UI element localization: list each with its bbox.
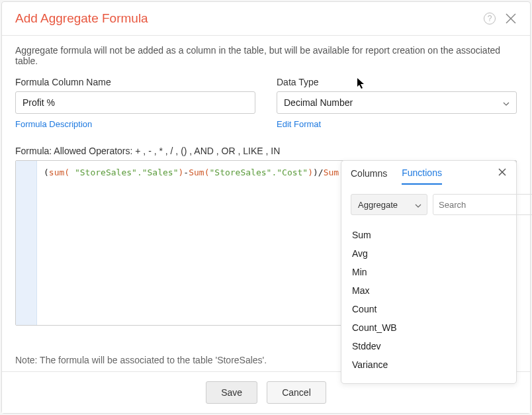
function-item-countwb[interactable]: Count_WB xyxy=(351,318,507,337)
cursor-icon xyxy=(357,77,366,92)
chevron-down-icon xyxy=(415,200,421,210)
function-item-sum[interactable]: Sum xyxy=(351,226,507,244)
header-actions: ? xyxy=(484,13,517,24)
dialog-description: Aggregate formula will not be added as a… xyxy=(15,45,517,66)
function-search[interactable] xyxy=(433,194,532,215)
dialog-body: Aggregate formula will not be added as a… xyxy=(2,36,530,371)
tab-functions[interactable]: Functions xyxy=(402,167,442,185)
editor-gutter xyxy=(16,161,37,325)
data-type-value: Decimal Number xyxy=(284,97,353,108)
function-item-stddev[interactable]: Stddev xyxy=(351,337,507,355)
function-item-max[interactable]: Max xyxy=(351,281,507,300)
save-button[interactable]: Save xyxy=(206,381,257,404)
formula-name-input[interactable] xyxy=(15,91,255,114)
help-icon[interactable]: ? xyxy=(484,13,496,24)
panel-tabs: Columns Functions xyxy=(351,167,507,185)
function-category-select[interactable]: Aggregate xyxy=(351,194,427,215)
formula-name-column: Formula Column Name Formula Description xyxy=(15,77,255,130)
functions-panel: Columns Functions Aggregate xyxy=(341,160,517,384)
data-type-select[interactable]: Decimal Number xyxy=(277,91,517,114)
formula-description-link[interactable]: Formula Description xyxy=(15,119,92,129)
panel-controls: Aggregate xyxy=(351,194,507,215)
function-item-avg[interactable]: Avg xyxy=(351,244,507,263)
function-category-value: Aggregate xyxy=(358,200,398,210)
function-list: Sum Avg Min Max Count Count_WB Stddev Va… xyxy=(351,226,507,374)
add-aggregate-formula-dialog: Add Aggregate Formula ? Aggregate formul… xyxy=(1,1,531,414)
formula-name-label: Formula Column Name xyxy=(15,77,255,87)
close-icon[interactable] xyxy=(505,13,517,24)
panel-close-icon[interactable] xyxy=(498,167,507,179)
cancel-button[interactable]: Cancel xyxy=(267,381,326,404)
function-item-count[interactable]: Count xyxy=(351,300,507,318)
data-type-column: Data Type Decimal Number Edit Format xyxy=(277,77,517,130)
operators-label: Formula: Allowed Operators: + , - , * , … xyxy=(15,146,517,156)
function-item-min[interactable]: Min xyxy=(351,263,507,281)
dialog-title: Add Aggregate Formula xyxy=(15,11,148,26)
edit-format-link[interactable]: Edit Format xyxy=(277,119,321,129)
function-search-input[interactable] xyxy=(439,200,532,210)
data-type-label: Data Type xyxy=(277,77,517,87)
chevron-down-icon xyxy=(503,97,510,108)
tab-columns[interactable]: Columns xyxy=(351,168,387,184)
function-item-variance[interactable]: Variance xyxy=(351,355,507,374)
form-row: Formula Column Name Formula Description … xyxy=(15,77,517,130)
dialog-header: Add Aggregate Formula ? xyxy=(2,2,530,36)
